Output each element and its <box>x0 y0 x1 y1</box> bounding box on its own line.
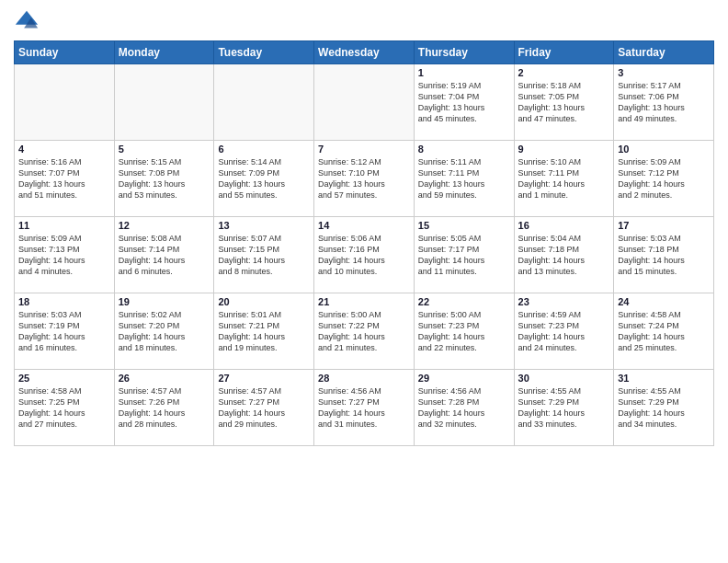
day-info: Sunrise: 5:04 AM Sunset: 7:18 PM Dayligh… <box>518 233 610 278</box>
day-info: Sunrise: 5:16 AM Sunset: 7:07 PM Dayligh… <box>18 156 110 201</box>
day-info: Sunrise: 5:00 AM Sunset: 7:22 PM Dayligh… <box>318 309 410 354</box>
calendar-cell: 1Sunrise: 5:19 AM Sunset: 7:04 PM Daylig… <box>414 64 514 141</box>
day-info: Sunrise: 5:10 AM Sunset: 7:11 PM Dayligh… <box>518 156 610 201</box>
day-number: 26 <box>119 373 210 384</box>
weekday-header-friday: Friday <box>514 41 614 64</box>
calendar-cell: 29Sunrise: 4:56 AM Sunset: 7:28 PM Dayli… <box>414 370 514 446</box>
weekday-header-tuesday: Tuesday <box>214 41 314 64</box>
day-info: Sunrise: 5:09 AM Sunset: 7:13 PM Dayligh… <box>18 233 110 278</box>
weekday-header-wednesday: Wednesday <box>314 41 415 64</box>
day-info: Sunrise: 4:59 AM Sunset: 7:23 PM Dayligh… <box>518 309 610 354</box>
calendar-week-row: 18Sunrise: 5:03 AM Sunset: 7:19 PM Dayli… <box>15 293 714 370</box>
calendar-cell <box>114 64 214 141</box>
page-header <box>14 9 714 35</box>
calendar-cell: 15Sunrise: 5:05 AM Sunset: 7:17 PM Dayli… <box>414 217 514 293</box>
day-info: Sunrise: 5:18 AM Sunset: 7:05 PM Dayligh… <box>518 80 610 125</box>
weekday-header-thursday: Thursday <box>414 41 514 64</box>
day-number: 21 <box>318 296 410 307</box>
day-info: Sunrise: 4:56 AM Sunset: 7:28 PM Dayligh… <box>418 385 510 431</box>
day-number: 14 <box>318 220 410 231</box>
calendar-week-row: 25Sunrise: 4:58 AM Sunset: 7:25 PM Dayli… <box>15 370 714 446</box>
day-number: 28 <box>318 373 410 384</box>
calendar-cell <box>15 64 115 141</box>
day-number: 12 <box>119 220 210 231</box>
calendar-cell: 2Sunrise: 5:18 AM Sunset: 7:05 PM Daylig… <box>514 64 614 141</box>
day-number: 9 <box>518 144 610 155</box>
day-info: Sunrise: 5:08 AM Sunset: 7:14 PM Dayligh… <box>119 233 210 278</box>
calendar-cell: 20Sunrise: 5:01 AM Sunset: 7:21 PM Dayli… <box>214 293 314 370</box>
calendar-cell: 22Sunrise: 5:00 AM Sunset: 7:23 PM Dayli… <box>414 293 514 370</box>
weekday-header-monday: Monday <box>114 41 214 64</box>
weekday-header-row: SundayMondayTuesdayWednesdayThursdayFrid… <box>15 41 714 64</box>
calendar-cell: 5Sunrise: 5:15 AM Sunset: 7:08 PM Daylig… <box>114 141 214 217</box>
day-number: 22 <box>418 296 510 307</box>
day-number: 30 <box>518 373 610 384</box>
day-number: 29 <box>418 373 510 384</box>
day-info: Sunrise: 4:55 AM Sunset: 7:29 PM Dayligh… <box>518 385 610 431</box>
calendar-cell <box>314 64 415 141</box>
day-number: 1 <box>418 67 510 78</box>
day-info: Sunrise: 4:58 AM Sunset: 7:25 PM Dayligh… <box>18 385 110 431</box>
day-info: Sunrise: 5:09 AM Sunset: 7:12 PM Dayligh… <box>618 156 710 201</box>
day-number: 20 <box>218 296 310 307</box>
calendar-cell: 30Sunrise: 4:55 AM Sunset: 7:29 PM Dayli… <box>514 370 614 446</box>
calendar-cell: 8Sunrise: 5:11 AM Sunset: 7:11 PM Daylig… <box>414 141 514 217</box>
day-info: Sunrise: 5:03 AM Sunset: 7:18 PM Dayligh… <box>618 233 710 278</box>
day-number: 25 <box>18 373 110 384</box>
calendar-cell: 19Sunrise: 5:02 AM Sunset: 7:20 PM Dayli… <box>114 293 214 370</box>
calendar-week-row: 1Sunrise: 5:19 AM Sunset: 7:04 PM Daylig… <box>15 64 714 141</box>
day-number: 19 <box>119 296 210 307</box>
day-number: 11 <box>18 220 110 231</box>
calendar-cell: 14Sunrise: 5:06 AM Sunset: 7:16 PM Dayli… <box>314 217 415 293</box>
day-info: Sunrise: 5:07 AM Sunset: 7:15 PM Dayligh… <box>218 233 310 278</box>
day-info: Sunrise: 5:02 AM Sunset: 7:20 PM Dayligh… <box>119 309 210 354</box>
calendar-cell: 16Sunrise: 5:04 AM Sunset: 7:18 PM Dayli… <box>514 217 614 293</box>
calendar-cell: 24Sunrise: 4:58 AM Sunset: 7:24 PM Dayli… <box>614 293 714 370</box>
calendar-cell: 21Sunrise: 5:00 AM Sunset: 7:22 PM Dayli… <box>314 293 415 370</box>
day-number: 2 <box>518 67 610 78</box>
day-info: Sunrise: 5:03 AM Sunset: 7:19 PM Dayligh… <box>18 309 110 354</box>
calendar-cell: 17Sunrise: 5:03 AM Sunset: 7:18 PM Dayli… <box>614 217 714 293</box>
weekday-header-sunday: Sunday <box>15 41 115 64</box>
day-number: 13 <box>218 220 310 231</box>
day-number: 4 <box>18 144 110 155</box>
logo <box>14 9 43 35</box>
svg-marker-0 <box>16 11 38 25</box>
logo-icon <box>14 9 40 35</box>
calendar-cell: 23Sunrise: 4:59 AM Sunset: 7:23 PM Dayli… <box>514 293 614 370</box>
day-info: Sunrise: 5:15 AM Sunset: 7:08 PM Dayligh… <box>119 156 210 201</box>
day-info: Sunrise: 4:57 AM Sunset: 7:27 PM Dayligh… <box>218 385 310 431</box>
day-info: Sunrise: 4:57 AM Sunset: 7:26 PM Dayligh… <box>119 385 210 431</box>
calendar-week-row: 11Sunrise: 5:09 AM Sunset: 7:13 PM Dayli… <box>15 217 714 293</box>
day-number: 10 <box>618 144 710 155</box>
day-number: 31 <box>618 373 710 384</box>
calendar-cell: 26Sunrise: 4:57 AM Sunset: 7:26 PM Dayli… <box>114 370 214 446</box>
calendar-cell: 4Sunrise: 5:16 AM Sunset: 7:07 PM Daylig… <box>15 141 115 217</box>
day-number: 5 <box>119 144 210 155</box>
day-info: Sunrise: 5:06 AM Sunset: 7:16 PM Dayligh… <box>318 233 410 278</box>
calendar-cell: 13Sunrise: 5:07 AM Sunset: 7:15 PM Dayli… <box>214 217 314 293</box>
day-number: 3 <box>618 67 710 78</box>
day-number: 7 <box>318 144 410 155</box>
calendar-page: SundayMondayTuesdayWednesdayThursdayFrid… <box>0 0 728 563</box>
day-number: 23 <box>518 296 610 307</box>
calendar-cell <box>214 64 314 141</box>
calendar-cell: 31Sunrise: 4:55 AM Sunset: 7:29 PM Dayli… <box>614 370 714 446</box>
day-info: Sunrise: 5:17 AM Sunset: 7:06 PM Dayligh… <box>618 80 710 125</box>
day-number: 17 <box>618 220 710 231</box>
calendar-cell: 12Sunrise: 5:08 AM Sunset: 7:14 PM Dayli… <box>114 217 214 293</box>
day-info: Sunrise: 4:55 AM Sunset: 7:29 PM Dayligh… <box>618 385 710 431</box>
day-info: Sunrise: 5:01 AM Sunset: 7:21 PM Dayligh… <box>218 309 310 354</box>
calendar-cell: 11Sunrise: 5:09 AM Sunset: 7:13 PM Dayli… <box>15 217 115 293</box>
calendar-cell: 28Sunrise: 4:56 AM Sunset: 7:27 PM Dayli… <box>314 370 415 446</box>
calendar-cell: 9Sunrise: 5:10 AM Sunset: 7:11 PM Daylig… <box>514 141 614 217</box>
calendar-cell: 10Sunrise: 5:09 AM Sunset: 7:12 PM Dayli… <box>614 141 714 217</box>
day-number: 18 <box>18 296 110 307</box>
calendar-cell: 27Sunrise: 4:57 AM Sunset: 7:27 PM Dayli… <box>214 370 314 446</box>
calendar-cell: 18Sunrise: 5:03 AM Sunset: 7:19 PM Dayli… <box>15 293 115 370</box>
day-info: Sunrise: 4:56 AM Sunset: 7:27 PM Dayligh… <box>318 385 410 431</box>
day-info: Sunrise: 5:11 AM Sunset: 7:11 PM Dayligh… <box>418 156 510 201</box>
day-number: 6 <box>218 144 310 155</box>
calendar-cell: 6Sunrise: 5:14 AM Sunset: 7:09 PM Daylig… <box>214 141 314 217</box>
day-info: Sunrise: 5:14 AM Sunset: 7:09 PM Dayligh… <box>218 156 310 201</box>
